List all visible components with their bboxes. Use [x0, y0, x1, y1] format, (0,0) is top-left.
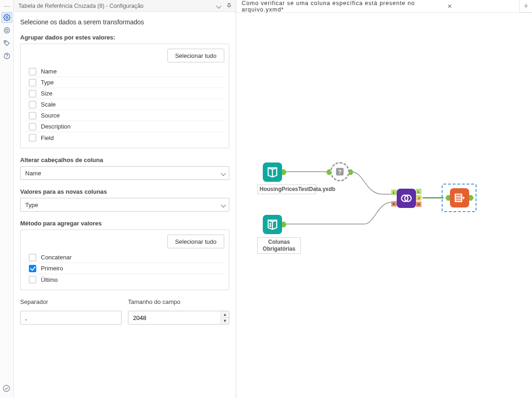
chevron-down-icon	[222, 202, 225, 208]
node-label-input1: HousingPricesTestData.yxdb	[257, 185, 316, 194]
agg-method-label: Método para agregar valores	[20, 220, 229, 227]
field-size-label: Tamanho do campo	[128, 298, 229, 305]
values-field-select[interactable]: Type	[20, 198, 229, 212]
svg-rect-14	[456, 195, 461, 196]
join-out-J[interactable]: J	[416, 195, 421, 201]
join-in-L[interactable]: L	[391, 190, 397, 195]
checkbox[interactable]	[29, 112, 36, 119]
side-tab-bar: ⋯	[0, 0, 14, 398]
svg-text:?: ?	[338, 168, 342, 175]
header-field-value: Name	[25, 170, 41, 177]
input-tool-2[interactable]	[263, 215, 282, 234]
header-field-select[interactable]: Name	[20, 166, 229, 180]
crosstab-tool[interactable]	[450, 188, 469, 207]
overflow-icon[interactable]: ⋯	[4, 2, 10, 11]
config-panel: Tabela de Referência Cruzada (8) - Confi…	[14, 0, 236, 398]
list-item-label: Source	[41, 112, 60, 119]
list-item[interactable]: Último	[25, 274, 224, 285]
checkbox[interactable]	[29, 101, 36, 108]
header-field-label: Alterar cabeçalhos de coluna	[20, 157, 229, 163]
svg-point-3	[5, 41, 6, 42]
checkbox[interactable]	[29, 90, 36, 97]
join-out-L[interactable]: L	[416, 189, 421, 194]
list-item[interactable]: Concatenar	[25, 252, 224, 263]
workflow-tab[interactable]: Como verificar se uma coluna específica …	[236, 0, 456, 12]
svg-rect-17	[456, 200, 461, 201]
list-item[interactable]: Size	[25, 88, 224, 99]
join-tool[interactable]	[397, 189, 416, 208]
svg-point-6	[3, 385, 10, 392]
svg-point-9	[270, 224, 271, 224]
workspace: Como verificar se uma coluna específica …	[236, 0, 532, 398]
group-by-box: Selecionar tudo NameTypeSizeScaleSourceD…	[20, 44, 229, 148]
panel-heading: Selecione os dados a serem transformados	[20, 18, 229, 26]
checkbox[interactable]	[29, 254, 36, 261]
list-item[interactable]: Type	[25, 77, 224, 88]
spin-down-button[interactable]: ▼	[221, 318, 229, 325]
tab-tag-icon[interactable]	[1, 38, 12, 49]
list-item[interactable]: Primeiro	[25, 263, 224, 274]
svg-rect-16	[456, 198, 461, 199]
group-by-label: Agrupar dados por estes valores:	[20, 34, 229, 41]
tab-help-icon[interactable]	[1, 50, 12, 62]
checkbox[interactable]	[29, 134, 36, 141]
pin-icon[interactable]	[225, 2, 233, 10]
join-out-R[interactable]: R	[416, 202, 421, 207]
checkbox[interactable]	[29, 276, 36, 283]
input-tool-1[interactable]	[263, 163, 282, 182]
node-label-input2: Colunas Obrigatórias	[257, 237, 301, 254]
input-anchor[interactable]	[326, 169, 331, 175]
separator-input[interactable]	[20, 311, 122, 325]
checkbox[interactable]	[29, 79, 36, 86]
tab-target-icon[interactable]	[1, 25, 12, 36]
close-icon[interactable]	[447, 3, 453, 10]
list-item[interactable]: Scale	[25, 99, 224, 110]
panel-title: Tabela de Referência Cruzada (8) - Confi…	[18, 3, 213, 9]
agg-box: Selecionar tudo ConcatenarPrimeiroÚltimo	[20, 230, 229, 290]
collapse-icon[interactable]	[215, 2, 223, 10]
select-all-group-button[interactable]: Selecionar tudo	[167, 49, 224, 62]
workflow-canvas[interactable]: HousingPricesTestData.yxdb ? Colunas Obr…	[236, 13, 532, 398]
list-item[interactable]: Source	[25, 110, 224, 121]
list-item[interactable]: Description	[25, 121, 224, 132]
checkbox[interactable]	[29, 68, 36, 75]
list-item-label: Name	[41, 68, 57, 75]
tab-config[interactable]	[1, 12, 12, 23]
svg-point-10	[270, 226, 271, 227]
list-item-label: Type	[41, 79, 54, 86]
separator-label: Separador	[20, 298, 122, 305]
spin-up-button[interactable]: ▲	[221, 311, 229, 318]
svg-point-1	[4, 28, 10, 33]
list-item-label: Description	[41, 123, 71, 130]
unknown-tool[interactable]: ?	[330, 162, 349, 181]
list-item-label: Concatenar	[41, 254, 72, 261]
svg-rect-15	[456, 197, 461, 198]
output-anchor[interactable]	[282, 169, 287, 175]
join-in-R[interactable]: R	[391, 201, 397, 207]
select-all-agg-button[interactable]: Selecionar tudo	[167, 235, 224, 248]
values-field-value: Type	[25, 202, 38, 208]
list-item-label: Último	[41, 276, 58, 283]
list-item[interactable]: Field	[25, 132, 224, 143]
list-item[interactable]: Name	[25, 66, 224, 77]
svg-point-2	[6, 29, 8, 31]
svg-point-5	[6, 57, 7, 58]
list-item-label: Scale	[41, 101, 56, 108]
output-anchor[interactable]	[349, 169, 354, 175]
values-field-label: Valores para as novas colunas	[20, 188, 229, 195]
status-ok-icon	[2, 384, 11, 393]
checkbox[interactable]	[29, 265, 36, 272]
svg-point-0	[6, 17, 8, 18]
field-size-input[interactable]	[128, 311, 229, 325]
chevron-down-icon	[222, 170, 225, 177]
output-anchor[interactable]	[282, 222, 287, 227]
workflow-tab-title: Como verificar se uma coluna específica …	[242, 0, 440, 13]
checkbox[interactable]	[29, 123, 36, 130]
list-item-label: Field	[41, 135, 54, 141]
list-item-label: Primeiro	[41, 265, 63, 272]
add-tab-button[interactable]	[519, 0, 532, 12]
list-item-label: Size	[41, 90, 52, 97]
